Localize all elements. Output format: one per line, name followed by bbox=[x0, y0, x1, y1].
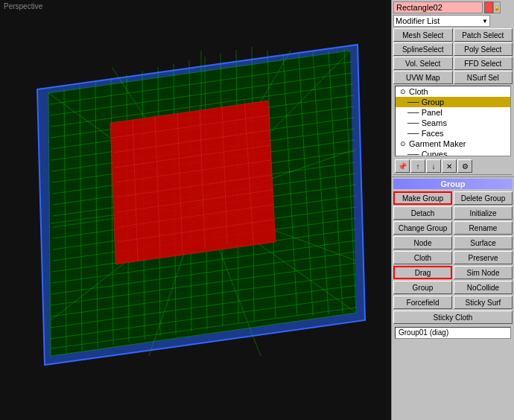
group-properties-section: Group Make Group Delete Group Detach Ini… bbox=[392, 177, 514, 420]
group-button[interactable]: Group bbox=[393, 281, 452, 294]
uvw-map-button[interactable]: UVW Map bbox=[393, 71, 453, 84]
svg-text:Perspective: Perspective bbox=[4, 2, 43, 10]
dropdown-arrow-icon: ▼ bbox=[482, 18, 488, 25]
ffd-select-button[interactable]: FFD Select bbox=[454, 57, 513, 70]
move-up-icon[interactable]: ↑ bbox=[410, 159, 425, 173]
modifier-list-dropdown[interactable]: Modifier List ▼ bbox=[393, 15, 490, 27]
initialize-button[interactable]: Initialize bbox=[454, 206, 513, 220]
surface-button[interactable]: Surface bbox=[454, 236, 513, 249]
sim-node-button[interactable]: Sim Node bbox=[454, 266, 513, 279]
node-button[interactable]: Node bbox=[393, 236, 452, 249]
preserve-button[interactable]: Preserve bbox=[454, 251, 513, 264]
make-group-button[interactable]: Make Group bbox=[393, 191, 452, 205]
result-list-item[interactable]: Group01 (diag) bbox=[395, 327, 511, 339]
detach-button[interactable]: Detach bbox=[393, 206, 452, 220]
forcefield-button[interactable]: Forcefield bbox=[393, 296, 452, 309]
object-properties-section: 🔒 Modifier List ▼ Mesh Select Patch Sele… bbox=[392, 0, 514, 177]
patch-select-button[interactable]: Patch Select bbox=[454, 28, 513, 42]
cloth-button[interactable]: Cloth bbox=[393, 251, 452, 264]
rename-button[interactable]: Rename bbox=[454, 221, 513, 235]
vol-select-button[interactable]: Vol. Select bbox=[393, 57, 453, 70]
move-down-icon[interactable]: ↓ bbox=[426, 159, 441, 173]
result-list: Group01 (diag) bbox=[393, 327, 513, 339]
mod-item-group[interactable]: ── Group bbox=[396, 97, 510, 107]
delete-mod-icon[interactable]: ✕ bbox=[442, 159, 457, 173]
nocollide-button[interactable]: NoCollide bbox=[454, 281, 513, 294]
delete-group-button[interactable]: Delete Group bbox=[454, 191, 513, 205]
object-color-swatch[interactable] bbox=[484, 1, 493, 13]
garment-expand-icon: ⊙ bbox=[399, 139, 407, 148]
cloth-expand-icon: ⊙ bbox=[399, 87, 407, 96]
mod-item-cloth[interactable]: ⊙ Cloth bbox=[396, 86, 510, 97]
mod-item-seams[interactable]: ── Seams bbox=[396, 118, 510, 128]
group-section-header: Group bbox=[393, 179, 513, 189]
right-panel: 🔒 Modifier List ▼ Mesh Select Patch Sele… bbox=[391, 0, 514, 420]
mod-item-garment-maker[interactable]: ⊙ Garment Maker bbox=[396, 139, 510, 149]
modifier-toolbar: 📌 ↑ ↓ ✕ ⚙ bbox=[393, 158, 513, 175]
spline-select-button[interactable]: SplineSelect bbox=[393, 42, 453, 56]
mod-item-faces[interactable]: ── Faces bbox=[396, 128, 510, 139]
group-buttons-grid: Make Group Delete Group Detach Initializ… bbox=[393, 191, 513, 324]
nsurf-sel-button[interactable]: NSurf Sel bbox=[454, 71, 513, 84]
modifier-stack-list[interactable]: ⊙ Cloth ── Group ── Panel ── Seams ── Fa… bbox=[395, 86, 511, 156]
object-name-input[interactable] bbox=[393, 1, 483, 13]
drag-button[interactable]: Drag bbox=[393, 266, 452, 279]
mod-item-panel[interactable]: ── Panel bbox=[396, 107, 510, 118]
sticky-surf-button[interactable]: Sticky Surf bbox=[454, 296, 513, 309]
pin-icon[interactable]: 📌 bbox=[395, 159, 410, 173]
viewport-panel: Perspective bbox=[0, 0, 391, 420]
configure-icon[interactable]: ⚙ bbox=[457, 159, 472, 173]
change-group-button[interactable]: Change Group bbox=[393, 221, 452, 235]
sticky-cloth-button[interactable]: Sticky Cloth bbox=[393, 311, 513, 324]
lock-icon[interactable]: 🔒 bbox=[493, 1, 501, 13]
mod-item-curves[interactable]: ── Curves bbox=[396, 149, 510, 156]
poly-select-button[interactable]: Poly Select bbox=[454, 42, 513, 56]
mesh-select-button[interactable]: Mesh Select bbox=[393, 28, 453, 42]
